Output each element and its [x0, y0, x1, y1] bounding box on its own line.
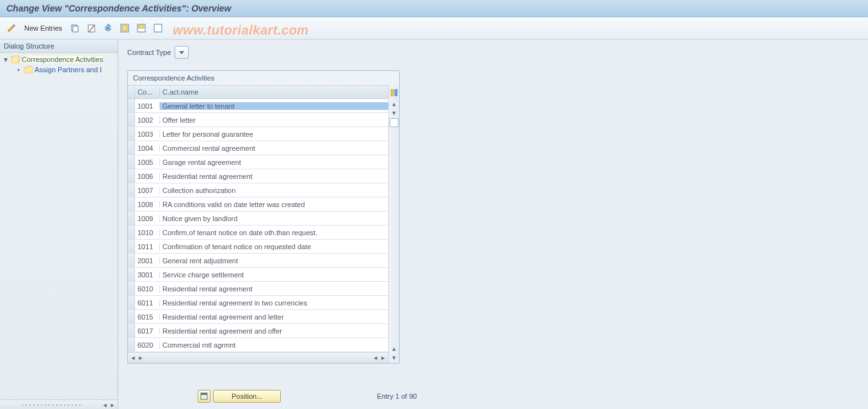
row-selector[interactable]: [128, 197, 135, 211]
row-selector[interactable]: [128, 254, 135, 267]
undo-icon[interactable]: [102, 22, 114, 35]
row-selector[interactable]: [128, 212, 135, 225]
scroll-down-icon[interactable]: ▼: [390, 354, 398, 362]
table-row[interactable]: 1003Letter for personal guarantee: [128, 127, 388, 141]
cell-name[interactable]: Confirmation of tenant notice on request…: [160, 243, 388, 251]
table-row[interactable]: 1001General letter to tenant: [128, 99, 388, 113]
select-block-icon[interactable]: [135, 22, 148, 35]
column-header-name[interactable]: C.act.name: [160, 88, 388, 96]
table-row[interactable]: 1006Residential rental agreement: [128, 169, 388, 183]
cell-name[interactable]: Residential rental agreement and offer: [160, 327, 388, 335]
row-selector[interactable]: [128, 155, 135, 169]
table-row[interactable]: 6020Commercial rntl agrmnt: [128, 338, 388, 352]
cell-code[interactable]: 1007: [135, 187, 160, 194]
new-entries-button[interactable]: New Entries: [22, 24, 65, 32]
cell-name[interactable]: Collection authorization: [160, 187, 388, 194]
scroll-down-icon[interactable]: ▼: [390, 109, 398, 117]
cell-code[interactable]: 1008: [135, 201, 160, 208]
tree-node-assign-partners[interactable]: • Assign Partners and I: [0, 65, 118, 75]
cell-name[interactable]: Commercial rental agreement: [160, 144, 388, 152]
tree-horizontal-scrollbar[interactable]: ◄ ►: [0, 399, 118, 409]
cell-code[interactable]: 6020: [135, 341, 160, 349]
toggle-edit-icon[interactable]: [5, 22, 18, 35]
table-row[interactable]: 1004Commercial rental agreement: [128, 141, 388, 155]
cell-name[interactable]: General rent adjustment: [160, 257, 388, 265]
scroll-right-icon[interactable]: ►: [137, 354, 145, 362]
cell-code[interactable]: 1011: [135, 243, 160, 251]
cell-name[interactable]: Confirm.of tenant notice on date oth.tha…: [160, 229, 388, 236]
cell-name[interactable]: Residential rental agreement: [160, 285, 388, 293]
deselect-all-icon[interactable]: [152, 22, 164, 35]
table-row[interactable]: 1005Garage rental agreement: [128, 155, 388, 169]
cell-name[interactable]: Notice given by landlord: [160, 215, 388, 222]
table-row[interactable]: 3001Service charge settlement: [128, 268, 388, 282]
cell-name[interactable]: Letter for personal guarantee: [160, 130, 388, 138]
table-row[interactable]: 6011Residential rental agreement in two …: [128, 296, 388, 310]
row-selector[interactable]: [128, 169, 135, 183]
table-vertical-scrollbar[interactable]: ▲ ▼ ▲ ▼: [388, 85, 399, 363]
scroll-left-icon[interactable]: ◄: [129, 354, 137, 362]
row-selector[interactable]: [128, 113, 135, 127]
scroll-left-icon[interactable]: ◄: [372, 354, 379, 362]
cell-code[interactable]: 1005: [135, 158, 160, 166]
cell-name[interactable]: Garage rental agreement: [160, 158, 388, 166]
table-row[interactable]: 1007Collection authorization: [128, 183, 388, 197]
table-row[interactable]: 1009Notice given by landlord: [128, 212, 388, 226]
row-selector[interactable]: [128, 127, 135, 141]
cell-code[interactable]: 1004: [135, 144, 160, 152]
cell-code[interactable]: 3001: [135, 271, 160, 279]
scroll-up-icon[interactable]: ▲: [390, 345, 398, 353]
table-row[interactable]: 1008RA conditions valid on date letter w…: [128, 197, 388, 212]
cell-code[interactable]: 6017: [135, 327, 160, 335]
row-selector[interactable]: [128, 226, 135, 239]
cell-code[interactable]: 6010: [135, 285, 160, 293]
delete-icon[interactable]: [85, 22, 98, 35]
cell-name[interactable]: Offer letter: [160, 116, 388, 124]
scroll-left-icon[interactable]: ◄: [101, 401, 109, 409]
scroll-right-icon[interactable]: ►: [379, 354, 387, 362]
table-settings-icon[interactable]: [386, 86, 402, 99]
table-row[interactable]: 6010Residential rental agreement: [128, 282, 388, 296]
cell-name[interactable]: Residential rental agreement in two curr…: [160, 299, 388, 307]
row-selector[interactable]: [128, 282, 135, 295]
table-row[interactable]: 6017Residential rental agreement and off…: [128, 324, 388, 338]
cell-code[interactable]: 1003: [135, 130, 160, 138]
copy-icon[interactable]: [68, 22, 81, 35]
resize-handle-icon[interactable]: [20, 403, 82, 407]
cell-code[interactable]: 2001: [135, 257, 160, 265]
cell-code[interactable]: 1001: [135, 102, 160, 110]
table-row[interactable]: 1002Offer letter: [128, 113, 388, 127]
row-selector[interactable]: [128, 338, 135, 351]
cell-code[interactable]: 1010: [135, 229, 160, 236]
table-row[interactable]: 1011Confirmation of tenant notice on req…: [128, 240, 388, 254]
row-selector[interactable]: [128, 183, 135, 197]
cell-name[interactable]: RA conditions valid on date letter was c…: [160, 201, 388, 208]
cell-code[interactable]: 1009: [135, 215, 160, 222]
row-selector-header[interactable]: [128, 86, 135, 98]
row-selector[interactable]: [128, 268, 135, 281]
row-selector[interactable]: [128, 99, 135, 112]
row-selector[interactable]: [128, 324, 135, 337]
row-selector[interactable]: [128, 240, 135, 253]
cell-code[interactable]: 1002: [135, 116, 160, 124]
cell-name[interactable]: Residential rental agreement: [160, 173, 388, 180]
cell-code[interactable]: 1006: [135, 173, 160, 180]
cell-name[interactable]: Residential rental agreement and letter: [160, 313, 388, 321]
cell-name[interactable]: Commercial rntl agrmnt: [160, 341, 388, 349]
position-button[interactable]: Position...: [213, 390, 281, 403]
cell-code[interactable]: 6015: [135, 313, 160, 321]
cell-name[interactable]: General letter to tenant: [160, 102, 388, 110]
cell-name[interactable]: Service charge settlement: [160, 271, 388, 279]
position-icon[interactable]: [198, 390, 210, 403]
table-row[interactable]: 2001General rent adjustment: [128, 254, 388, 268]
table-horizontal-scrollbar[interactable]: ◄ ► ◄ ►: [128, 352, 388, 363]
column-header-code[interactable]: Co...: [135, 88, 160, 96]
tree-node-correspondence-activities[interactable]: ▼ Correspondence Activities: [0, 54, 118, 65]
row-selector[interactable]: [128, 141, 135, 155]
select-all-icon[interactable]: [118, 22, 131, 35]
cell-code[interactable]: 6011: [135, 299, 160, 307]
contract-type-dropdown[interactable]: [175, 46, 189, 59]
tree-collapse-icon[interactable]: ▼: [3, 56, 9, 63]
row-selector[interactable]: [128, 296, 135, 309]
table-row[interactable]: 1010Confirm.of tenant notice on date oth…: [128, 226, 388, 240]
